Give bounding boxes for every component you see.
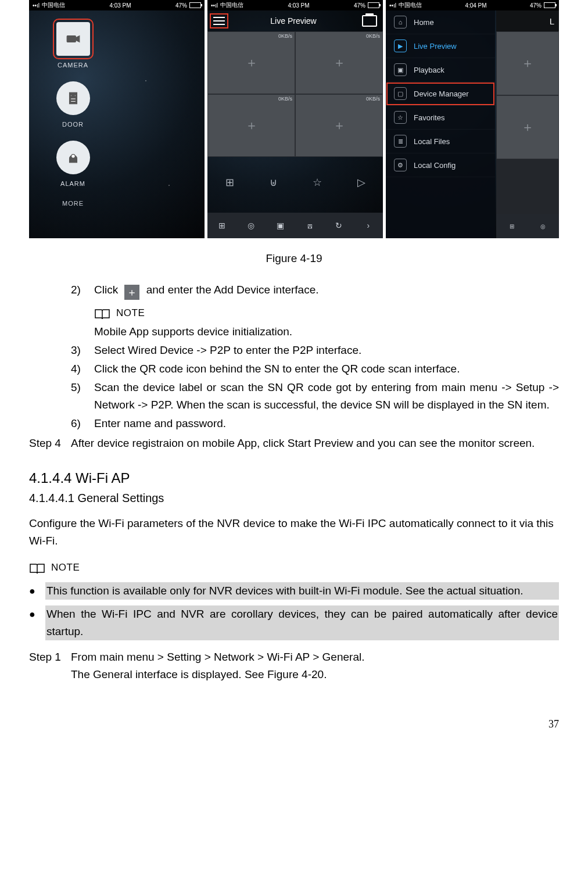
bitrate-label: 0KB/s — [366, 96, 380, 102]
note-label: NOTE — [51, 559, 80, 576]
drawer-label: Playback — [414, 66, 444, 74]
step-1: Step 1 From main menu > Setting > Networ… — [29, 648, 559, 683]
paragraph: Configure the Wi-Fi parameters of the NV… — [29, 515, 559, 550]
page-number: 37 — [0, 683, 588, 742]
bullet-icon: ● — [29, 605, 45, 640]
figure-caption: Figure 4-19 — [0, 252, 588, 265]
drawer-item-local-files[interactable]: ≣ Local Files — [386, 130, 495, 153]
tile-alarm-label: ALARM — [60, 180, 85, 187]
drawer-label: Favorites — [414, 113, 444, 122]
gear-icon: ⚙ — [394, 159, 407, 171]
drawer-item-live-preview[interactable]: ▶ Live Preview — [386, 34, 495, 58]
signal-icon: ••ıl — [211, 2, 218, 9]
step-2-note-text: Mobile App supports device initializatio… — [94, 323, 559, 341]
image-icon[interactable]: ⟎ — [304, 220, 315, 231]
drawer-label: Local Config — [414, 161, 456, 170]
step-3-text: Select Wired Device -> P2P to enter the … — [94, 342, 559, 359]
live-icon: ▶ — [394, 40, 407, 52]
drawer-label: Local Files — [414, 137, 450, 146]
mic-icon[interactable]: ⊎ — [270, 176, 277, 189]
alarm-icon — [56, 141, 90, 174]
clock-label: 4:03 PM — [109, 2, 131, 9]
tile-alarm[interactable]: ALARM — [56, 141, 90, 187]
bullet-icon: ● — [29, 582, 45, 600]
signal-icon: ••ıl — [389, 2, 396, 9]
step-2: 2) Click ＋ and enter the Add Device inte… — [71, 281, 559, 341]
battery-icon — [189, 2, 201, 8]
refresh-icon[interactable]: ↻ — [333, 220, 345, 231]
star-icon: ☆ — [394, 111, 407, 124]
layout-icon[interactable]: ⊞ — [225, 176, 234, 189]
menu-icon[interactable] — [213, 17, 225, 25]
step-4-outer: Step 4 After device registraion on mobil… — [29, 435, 559, 452]
step-6-text: Enter name and password. — [94, 415, 559, 432]
drawer-item-playback[interactable]: ▣ Playback — [386, 58, 495, 82]
note-label: NOTE — [116, 304, 145, 322]
record-icon[interactable]: ▣ — [275, 220, 286, 231]
preview-cell-1[interactable]: ＋0KB/s — [207, 31, 295, 94]
screenshot-3: ••ıl 中国电信 4:04 PM 47% L ＋ ＋ ⊞ ◎ — [386, 0, 559, 238]
preview-cell-2[interactable]: ＋0KB/s — [295, 31, 383, 94]
drawer-item-favorites[interactable]: ☆ Favorites — [386, 106, 495, 130]
bitrate-label: 0KB/s — [278, 33, 292, 39]
bullet-list: ● This function is available only for NV… — [29, 582, 559, 640]
title-letter: L — [550, 16, 554, 26]
drawer-label: Live Preview — [414, 42, 457, 51]
svg-point-2 — [70, 95, 71, 96]
star-icon[interactable]: ☆ — [313, 176, 322, 189]
status-bar: ••ıl 中国电信 4:03 PM 47% — [29, 0, 205, 10]
playback-icon: ▣ — [394, 63, 407, 76]
tile-door-label: DOOR — [62, 121, 84, 128]
svg-rect-4 — [70, 98, 76, 99]
signal-icon: ••ıl — [33, 2, 40, 9]
drawer-item-device-manager[interactable]: ▢ Device Manager — [386, 82, 495, 106]
plus-icon: ＋ — [124, 285, 139, 300]
camera-icon — [56, 22, 90, 56]
preview-cell-4[interactable]: ＋0KB/s — [295, 94, 383, 157]
chevron-right-icon[interactable]: › — [363, 220, 374, 231]
bottom-toolbar: ⊞ ◎ ▣ ⟎ ↻ › — [207, 213, 383, 238]
battery-label: 47% — [530, 2, 542, 9]
step-1-line-1: From main menu > Setting > Network > Wi-… — [71, 648, 364, 666]
tile-camera[interactable]: CAMERA — [56, 22, 90, 69]
battery-label: 47% — [354, 2, 365, 9]
clock-label: 4:03 PM — [288, 2, 309, 9]
bitrate-label: 0KB/s — [366, 33, 380, 39]
tile-more[interactable]: MORE — [62, 200, 84, 207]
snapshot-icon[interactable]: ◎ — [245, 220, 257, 231]
bullet-text: When the Wi-Fi IPC and NVR are corollary… — [45, 605, 559, 640]
screenshot-2: ••ıl 中国电信 4:03 PM 47% Live Preview ＋0KB/… — [207, 0, 383, 238]
app-title: Live Preview — [270, 16, 316, 26]
bullet-item: ● When the Wi-Fi IPC and NVR are corolla… — [29, 605, 559, 640]
files-icon: ≣ — [394, 135, 407, 148]
step-label: Step 1 — [29, 648, 71, 683]
preview-cell-3[interactable]: ＋0KB/s — [207, 94, 295, 157]
drawer-item-local-config[interactable]: ⚙ Local Config — [386, 153, 495, 177]
preview-cell[interactable]: ＋ — [496, 31, 559, 95]
preview-cell[interactable]: ＋ — [496, 95, 559, 159]
door-icon — [56, 81, 90, 115]
clock-label: 4:04 PM — [465, 2, 486, 9]
note: NOTE — [94, 304, 559, 322]
snapshot-icon[interactable]: ◎ — [540, 223, 546, 230]
home-icon: ⌂ — [394, 16, 407, 28]
step-2-text-b: and enter the Add Device interface. — [146, 284, 319, 296]
play-icon[interactable]: ▷ — [357, 176, 365, 189]
drawer-item-home[interactable]: ⌂ Home — [386, 10, 495, 34]
step-number: 2) — [71, 281, 94, 341]
step-number: 3) — [71, 342, 94, 359]
background-screen: L ＋ ＋ ⊞ ◎ — [496, 10, 559, 238]
device-icon[interactable] — [362, 15, 377, 27]
tile-door[interactable]: DOOR — [56, 81, 90, 128]
step-number: 6) — [71, 415, 94, 432]
bullet-item: ● This function is available only for NV… — [29, 582, 559, 600]
grid-icon[interactable]: ⊞ — [216, 220, 228, 231]
note-icon — [94, 307, 110, 319]
grid-icon[interactable]: ⊞ — [510, 223, 514, 230]
step-number: 4) — [71, 360, 94, 378]
screenshot-1: ••ıl 中国电信 4:03 PM 47% — [29, 0, 205, 238]
svg-rect-0 — [67, 36, 76, 42]
page: ••ıl 中国电信 4:03 PM 47% — [0, 0, 588, 742]
step-6: 6) Enter name and password. — [71, 415, 559, 432]
status-bar: ••ıl 中国电信 4:04 PM 47% — [386, 0, 559, 10]
